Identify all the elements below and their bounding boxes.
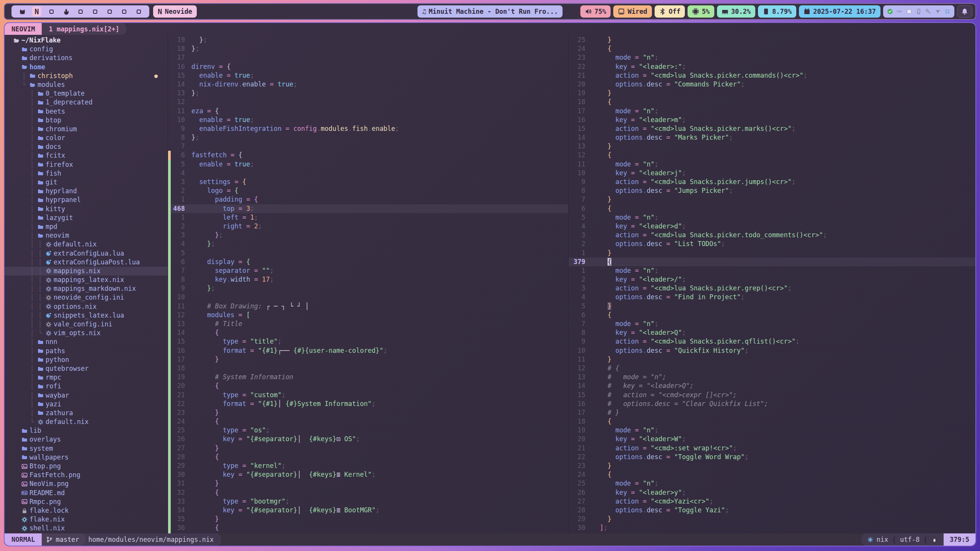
code-line[interactable]: 4 };: [168, 240, 568, 248]
tree-item-chromium[interactable]: │chromium: [5, 125, 168, 134]
code-line[interactable]: 18: [168, 364, 568, 373]
code-line[interactable]: 5: [168, 249, 568, 258]
code-line[interactable]: 19 };: [168, 36, 568, 44]
code-line[interactable]: 10 options.desc = "Quickfix History";: [568, 346, 975, 355]
code-line[interactable]: 15 # action = "<cmd>cexpr []<cr>";: [568, 391, 975, 399]
code-line[interactable]: 4 key = "<leader>d";: [568, 222, 975, 231]
tree-item-python[interactable]: │python: [5, 355, 168, 364]
tree-item-nixflake[interactable]: ~/NixFlake: [5, 36, 168, 45]
code-line[interactable]: 6 {: [568, 204, 975, 213]
tree-item-0_template[interactable]: │0_template: [5, 89, 168, 98]
tree-item-firefox[interactable]: │firefox: [5, 160, 168, 169]
tree-item-hyprland[interactable]: │hyprland: [5, 187, 168, 196]
code-line[interactable]: 23 }: [168, 408, 568, 417]
square-workspace-icon[interactable]: [134, 7, 143, 16]
code-line[interactable]: 4 options.desc = "Find in Project";: [568, 293, 975, 302]
code-line[interactable]: 11eza = {: [168, 107, 568, 116]
key-icon[interactable]: [925, 8, 931, 15]
code-line[interactable]: 23 mode = "n";: [568, 53, 975, 62]
network-module[interactable]: Wired: [613, 5, 652, 18]
code-line[interactable]: 17 mode = "n";: [568, 107, 975, 116]
tree-item-neovide_config.ini[interactable]: ││neovide_config.ini: [5, 293, 168, 302]
tree-item-yazi[interactable]: │yazi: [5, 400, 168, 409]
code-line[interactable]: 23 }: [568, 461, 975, 470]
code-line[interactable]: 9 };: [168, 284, 568, 293]
code-line[interactable]: 20 {: [168, 381, 568, 390]
code-line[interactable]: 13 # mode = "n";: [568, 373, 975, 381]
code-line[interactable]: 14 options.desc = "Marks Picker";: [568, 133, 975, 142]
tree-item-paths[interactable]: │paths: [5, 347, 168, 355]
cat-workspace-icon[interactable]: [18, 7, 27, 16]
tree-item-extraconfigluapost.lua[interactable]: ││extraConfigLuaPost.lua: [5, 258, 168, 267]
code-line[interactable]: 15 enable = true;: [168, 71, 568, 80]
flame-workspace-icon[interactable]: [61, 7, 70, 16]
code-line[interactable]: 21 type = "custom";: [168, 391, 568, 399]
code-line[interactable]: 30 ];: [568, 523, 975, 532]
square-workspace-icon[interactable]: [105, 7, 114, 16]
tree-item-overlays[interactable]: overlays: [5, 435, 168, 444]
square-workspace-icon[interactable]: [119, 7, 129, 16]
tree-item-rmpc[interactable]: │rmpc: [5, 373, 168, 382]
code-line[interactable]: 26 key = "<leader>y";: [568, 488, 975, 497]
code-line[interactable]: 2 logo = {: [168, 186, 568, 195]
tree-item-default.nix[interactable]: └default.nix: [5, 417, 168, 426]
code-line[interactable]: 8 key = "<leader>Q";: [568, 328, 975, 337]
code-line[interactable]: 33 type = "bootmgr";: [168, 497, 568, 506]
tree-item-config[interactable]: config: [5, 45, 168, 54]
code-line[interactable]: 7 mode = "n";: [568, 320, 975, 328]
grid-icon[interactable]: [944, 8, 951, 15]
code-line[interactable]: 24 {: [568, 470, 975, 479]
code-line[interactable]: 8};: [168, 133, 568, 142]
tree-item-nnn[interactable]: │nnn: [5, 337, 168, 346]
code-line[interactable]: 20 options.desc = "Commands Picker";: [568, 80, 975, 89]
tree-item-color[interactable]: │color: [5, 134, 168, 142]
tree-item-rofi[interactable]: │rofi: [5, 382, 168, 391]
code-line[interactable]: 2 key = "<leader>/";: [568, 275, 975, 284]
tree-item-zathura[interactable]: │zathura: [5, 409, 168, 417]
workspaces-module[interactable]: N: [11, 5, 149, 18]
code-line[interactable]: 5 mode = "n";: [568, 213, 975, 222]
wave-icon[interactable]: [897, 8, 903, 15]
tree-item-git[interactable]: │git: [5, 178, 168, 187]
code-line[interactable]: 25 }: [568, 36, 975, 44]
code-line[interactable]: 27 }: [168, 444, 568, 453]
code-line[interactable]: 28 {: [168, 453, 568, 461]
notifications-module[interactable]: [957, 5, 972, 18]
code-line[interactable]: 17 # }: [568, 408, 975, 417]
code-line[interactable]: 22 options.desc = "Toggle Word Wrap";: [568, 453, 975, 461]
cpu-module[interactable]: 5%: [688, 5, 714, 18]
square-workspace-icon[interactable]: [47, 7, 56, 16]
code-line[interactable]: 9 enableFishIntegration = config.modules…: [168, 124, 568, 133]
tree-item-lazygit[interactable]: │lazygit: [5, 214, 168, 222]
code-line[interactable]: 4: [168, 169, 568, 178]
code-line[interactable]: 20 key = "<leader>W";: [568, 435, 975, 443]
code-line[interactable]: 8 key.width = 17;: [168, 275, 568, 284]
code-line[interactable]: 24 {: [168, 417, 568, 426]
tree-item-mappings_latex.nix[interactable]: ││mappings_latex.nix: [5, 276, 168, 284]
check-circle-icon[interactable]: [887, 8, 893, 15]
code-line[interactable]: 18};: [168, 44, 568, 53]
code-line[interactable]: 5 enable = true;: [168, 160, 568, 169]
code-line[interactable]: 16 format = "{#1}┌── {#}{user-name-color…: [168, 346, 568, 355]
code-line[interactable]: 22 key = "<leader>:";: [568, 62, 975, 71]
tree-item-options.nix[interactable]: ││options.nix: [5, 302, 168, 311]
square-light-icon[interactable]: [906, 8, 912, 15]
code-line[interactable]: 29 type = "kernel";: [168, 461, 568, 470]
tree-item-btop.png[interactable]: Btop.png: [5, 462, 168, 471]
tree-item-1_deprecated[interactable]: │1_deprecated: [5, 98, 168, 107]
tree-item-beets[interactable]: │beets: [5, 107, 168, 116]
tree-item-wallpapers[interactable]: wallpapers: [5, 453, 168, 462]
clock-module[interactable]: 2025-07-22 16:37: [799, 5, 880, 18]
tree-item-snippets_latex.lua[interactable]: ││snippets_latex.lua: [5, 311, 168, 320]
code-line[interactable]: 7 }: [568, 195, 975, 204]
code-line[interactable]: 11 }: [568, 355, 975, 364]
code-line[interactable]: 7 separator = "";: [168, 266, 568, 275]
tree-item-default.nix[interactable]: ││default.nix: [5, 240, 168, 249]
code-line[interactable]: 30 key = "{#separator}│ {#keys}≣ Kernel"…: [168, 470, 568, 479]
code-line[interactable]: 1 left = 1;: [168, 213, 568, 222]
code-line[interactable]: 25 type = "os";: [168, 426, 568, 435]
tree-item-fcitx[interactable]: │fcitx: [5, 151, 168, 160]
bluetooth-module[interactable]: Off: [655, 5, 685, 18]
code-line[interactable]: 10: [168, 293, 568, 302]
code-line[interactable]: 19 # System Information: [168, 373, 568, 381]
